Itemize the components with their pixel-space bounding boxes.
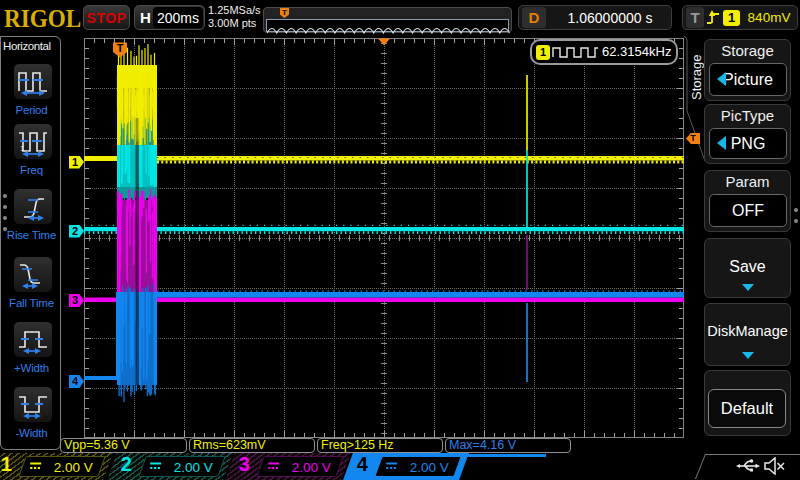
svg-text:T: T bbox=[117, 42, 124, 54]
svg-text:1: 1 bbox=[20, 144, 25, 153]
